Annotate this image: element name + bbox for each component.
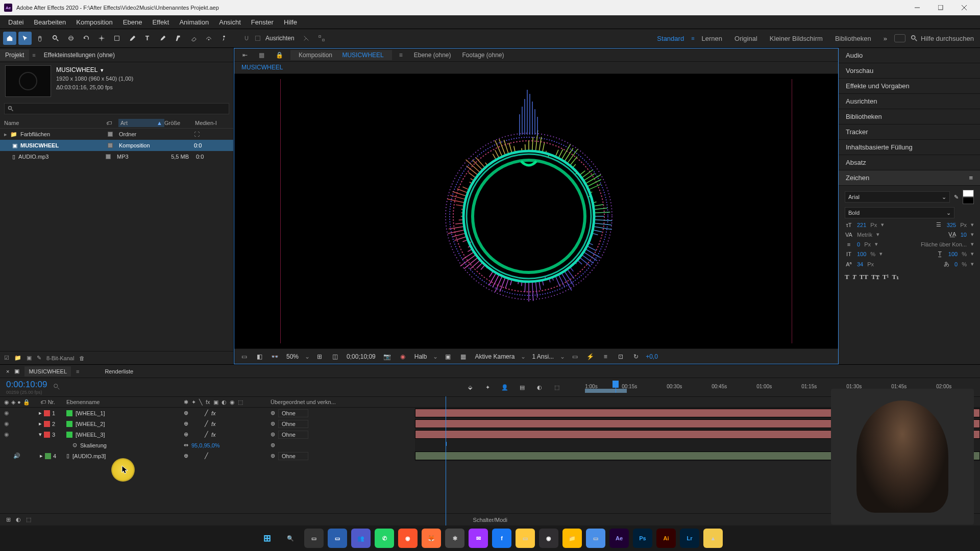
panel-vorschau[interactable]: Vorschau (839, 63, 980, 79)
pen-tool[interactable] (126, 32, 139, 45)
tab-projekt[interactable]: Projekt (0, 49, 29, 61)
panel-ausrichten[interactable]: Ausrichten (839, 94, 980, 109)
grid-icon[interactable]: ⊞ (314, 351, 325, 362)
font-family-select[interactable]: Arial⌄ (845, 191, 950, 203)
type-tool[interactable]: T (141, 32, 154, 45)
smallcaps-button[interactable]: Tᴛ (871, 273, 879, 281)
start-button[interactable]: ⊞ (257, 529, 277, 548)
workspace-bibliotheken[interactable]: Bibliotheken (830, 35, 876, 42)
minimize-button[interactable] (905, 0, 929, 15)
zoom-tool[interactable] (49, 32, 62, 45)
project-row-audio[interactable]: ▯ AUDIO.mp3 MP3 5,5 MB 0:0 (0, 151, 233, 162)
px-aspect-icon[interactable]: ▭ (569, 351, 580, 362)
fill-swatch[interactable] (963, 190, 974, 197)
workspace-standard[interactable]: Standard (652, 35, 689, 42)
tab-effekteinstellungen[interactable]: Effekteinstellungen (ohne) (39, 49, 120, 61)
snap-grid-icon[interactable] (315, 32, 328, 45)
speaker-icon[interactable]: 🔊 (13, 453, 20, 459)
subscript-button[interactable]: T₁ (892, 273, 899, 281)
font-size-value[interactable]: 221 (857, 222, 866, 228)
menu-komposition[interactable]: Komposition (72, 17, 117, 28)
obs-icon[interactable]: ◉ (539, 529, 558, 548)
menu-bearbeiten[interactable]: Bearbeiten (30, 17, 70, 28)
orbit-tool[interactable] (64, 32, 78, 45)
roto-tool[interactable] (202, 32, 215, 45)
comp-viewer[interactable] (234, 74, 838, 348)
menu-fenster[interactable]: Fenster (247, 17, 278, 28)
constrain-icon[interactable]: ⇔ (184, 442, 188, 448)
chevron-down-icon[interactable]: ⌄ (305, 353, 310, 360)
notes-icon[interactable]: ▭ (516, 529, 535, 548)
frame-blend-icon[interactable]: ◐ (16, 516, 21, 523)
tab-renderliste[interactable]: Renderliste (105, 368, 133, 374)
ps-taskbar-icon[interactable]: Ps (633, 529, 652, 548)
eye-icon[interactable]: ◉ (4, 410, 9, 416)
bit-depth[interactable]: 8-Bit-Kanal (46, 355, 74, 361)
panel-bibliotheken[interactable]: Bibliotheken (839, 109, 980, 124)
whatsapp-icon[interactable]: ✆ (375, 529, 394, 548)
hand-tool[interactable] (34, 32, 47, 45)
folder-link-icon[interactable]: ⛶ (194, 131, 200, 137)
chevron-down-icon[interactable]: ⌄ (560, 353, 565, 360)
teams-icon[interactable]: 👥 (351, 529, 371, 548)
menu-datei[interactable]: Datei (4, 17, 28, 28)
tl-opt2-icon[interactable]: ✦ (482, 382, 493, 393)
schalter-modi-button[interactable]: Schalter/Modi (473, 517, 507, 523)
panel-tracker[interactable]: Tracker (839, 124, 980, 140)
col-art[interactable]: Art ▲ (118, 119, 164, 127)
timeline-tab-menu[interactable]: ≡ (76, 368, 79, 374)
views-dropdown[interactable]: 1 Ansi... (530, 353, 556, 360)
panel-menu-icon[interactable]: ≡ (969, 174, 973, 182)
comp-flow2-icon[interactable]: ⊡ (615, 351, 626, 362)
channel-icon[interactable]: ◉ (397, 351, 408, 362)
tab-footage[interactable]: Footage (ohne) (458, 50, 508, 60)
parent-pick-icon[interactable]: ⊚ (271, 420, 275, 427)
eye-icon[interactable]: ◉ (4, 431, 9, 438)
clone-tool[interactable] (172, 32, 185, 45)
layer-opts-icon[interactable]: ⬚ (26, 516, 31, 523)
align-checkbox[interactable] (255, 36, 260, 41)
col-name[interactable]: Name (4, 120, 106, 126)
app3-icon[interactable]: ▲ (703, 529, 723, 548)
expand-icon[interactable]: ▸ (4, 131, 7, 138)
comp-breadcrumb[interactable]: MUSICWHEEL (234, 62, 838, 74)
res-dropdown[interactable]: Halb (412, 353, 429, 360)
panel-inhaltsfuellung[interactable]: Inhaltsbasierte Füllung (839, 140, 980, 155)
chevron-down-icon[interactable]: ⌄ (521, 353, 526, 360)
superscript-button[interactable]: T¹ (883, 273, 889, 281)
zoom-value[interactable]: 50% (284, 353, 301, 360)
tab-projekt-menu[interactable]: ≡ (29, 52, 38, 58)
tracking-value[interactable]: 10 (961, 232, 967, 238)
eraser-tool[interactable] (187, 32, 200, 45)
comp-flow-icon[interactable]: ▦ (255, 50, 268, 60)
tl-mb-icon[interactable]: ◐ (534, 382, 545, 393)
guides-icon[interactable]: ◫ (329, 351, 340, 362)
notepad-icon[interactable]: ▭ (586, 529, 605, 548)
puppet-tool[interactable] (217, 32, 231, 45)
faux-italic-button[interactable]: T (852, 273, 856, 281)
chevron-down-icon[interactable]: ▼ (100, 68, 104, 73)
workspace-original[interactable]: Original (729, 35, 763, 42)
playhead[interactable] (616, 382, 616, 393)
parent-dropdown[interactable]: Ohne (278, 431, 308, 439)
project-item-title[interactable]: MUSICWHEEL (56, 66, 97, 73)
new-folder-icon[interactable]: 📁 (14, 355, 21, 361)
tab-ebene[interactable]: Ebene (ohne) (410, 50, 455, 60)
brave-icon[interactable]: ◉ (398, 529, 418, 548)
expression-pick-icon[interactable]: ⊚ (271, 442, 275, 448)
snap-opt-icon[interactable] (300, 32, 313, 45)
task-view-icon[interactable]: ▭ (304, 529, 324, 548)
home-button[interactable] (3, 32, 16, 45)
roi-icon[interactable]: ▣ (442, 351, 453, 362)
adjust-icon[interactable]: ✎ (37, 355, 41, 361)
toggle-switches-icon[interactable]: ⊞ (6, 516, 11, 523)
comp-lock-icon[interactable]: ⇤ (238, 50, 252, 60)
timeline-search[interactable] (53, 383, 63, 391)
selection-tool[interactable] (18, 32, 32, 45)
workspace-kleiner[interactable]: Kleiner Bildschirm (765, 35, 828, 42)
hscale-value[interactable]: 100 (857, 251, 866, 257)
lr-taskbar-icon[interactable]: Lr (680, 529, 699, 548)
project-row-comp[interactable]: ▣ MUSICWHEEL Komposition 0:0 (0, 140, 233, 151)
parent-pick-icon[interactable]: ⊚ (271, 410, 275, 416)
tl-graph-icon[interactable]: ▤ (517, 382, 528, 393)
